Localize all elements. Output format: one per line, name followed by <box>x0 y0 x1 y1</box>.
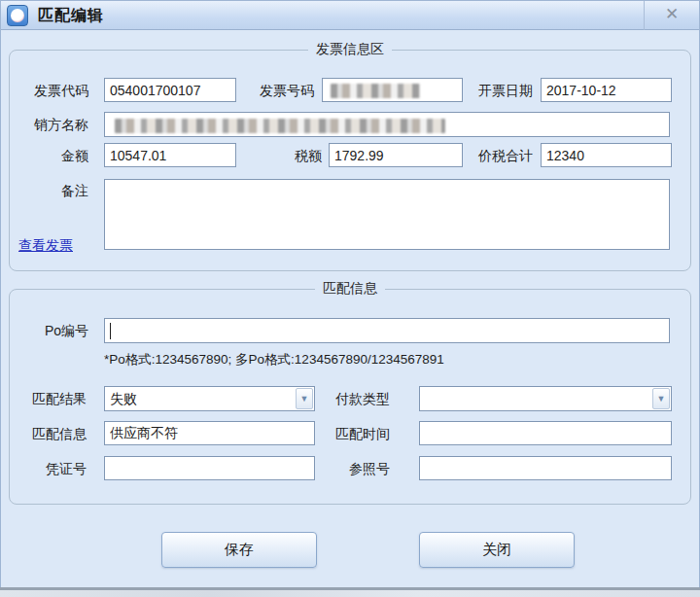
seller-name-label: 销方名称 <box>9 117 88 134</box>
payment-type-value <box>425 387 649 410</box>
save-button[interactable]: 保存 <box>161 532 317 568</box>
amount-field[interactable] <box>104 143 236 167</box>
invoice-date-field[interactable] <box>541 78 672 102</box>
reference-no-label: 参照号 <box>324 461 390 478</box>
dialog-title: 匹配编辑 <box>38 1 104 30</box>
redacted-invoice-number <box>331 84 420 98</box>
view-invoice-link[interactable]: 查看发票 <box>18 237 73 255</box>
invoice-code-label: 发票代码 <box>9 83 88 100</box>
reference-no-field[interactable] <box>419 456 672 480</box>
match-result-label: 匹配结果 <box>9 391 87 408</box>
remarks-label: 备注 <box>9 183 88 200</box>
total-field[interactable] <box>541 143 672 167</box>
tax-label: 税额 <box>256 148 322 165</box>
tax-field[interactable] <box>329 143 463 167</box>
app-icon <box>7 5 28 26</box>
match-time-label: 匹配时间 <box>324 426 390 443</box>
seller-name-field[interactable] <box>104 112 670 137</box>
po-format-hint: *Po格式:1234567890; 多Po格式:1234567890/12345… <box>104 351 444 369</box>
close-icon[interactable]: ✕ <box>644 1 699 30</box>
match-result-select[interactable]: 失败 ▼ <box>104 386 315 411</box>
text-caret <box>110 323 111 339</box>
match-info-field[interactable] <box>104 421 315 445</box>
invoice-date-label: 开票日期 <box>467 83 533 100</box>
match-result-value: 失败 <box>110 387 293 410</box>
remarks-field[interactable] <box>104 179 670 250</box>
background-window-sliver <box>0 590 700 597</box>
invoice-number-label: 发票号码 <box>248 83 314 100</box>
invoice-group-title: 发票信息区 <box>308 41 392 58</box>
total-label: 价税合计 <box>467 148 533 165</box>
po-number-field[interactable] <box>104 318 670 343</box>
match-group-title: 匹配信息 <box>315 280 385 298</box>
redacted-seller-name <box>115 119 445 133</box>
voucher-no-label: 凭证号 <box>9 461 87 478</box>
match-edit-dialog: 匹配编辑 ✕ 发票信息区 发票代码 发票号码 开票日期 销方名称 金额 税额 价… <box>0 0 700 588</box>
invoice-code-field[interactable] <box>104 78 236 102</box>
amount-label: 金额 <box>9 148 88 165</box>
payment-type-label: 付款类型 <box>324 391 390 408</box>
match-time-field[interactable] <box>419 421 672 445</box>
match-info-label: 匹配信息 <box>9 426 87 443</box>
close-button[interactable]: 关闭 <box>419 532 575 568</box>
chevron-down-icon[interactable]: ▼ <box>652 388 670 409</box>
payment-type-select[interactable]: ▼ <box>419 386 672 411</box>
voucher-no-field[interactable] <box>104 456 315 480</box>
titlebar: 匹配编辑 ✕ <box>1 1 699 30</box>
chevron-down-icon[interactable]: ▼ <box>296 388 313 409</box>
invoice-number-field[interactable] <box>322 78 463 102</box>
po-number-label: Po编号 <box>9 323 88 340</box>
